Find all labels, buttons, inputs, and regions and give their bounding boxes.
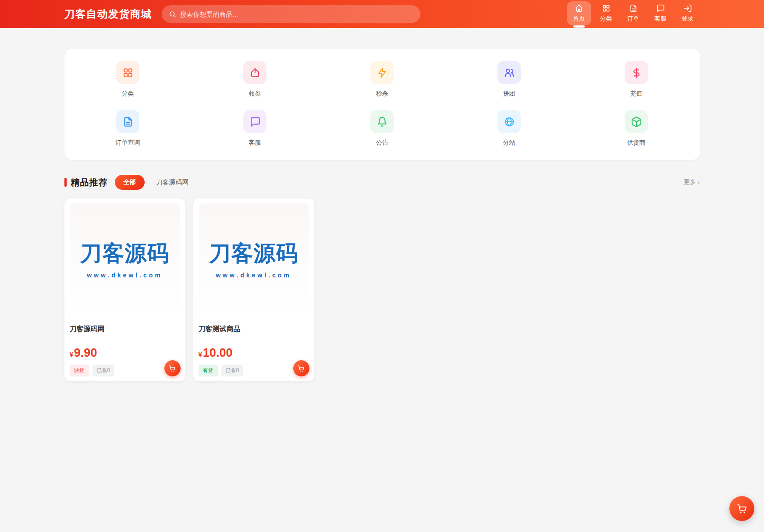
product-image: 刀客源码 www.dkewl.com	[199, 203, 309, 314]
quick-link-label: 分站	[503, 139, 515, 147]
cart-icon	[297, 365, 305, 372]
sold-badge: 已售0	[92, 365, 115, 376]
quick-link-label: 充值	[630, 90, 643, 98]
lightning-icon	[370, 61, 394, 84]
product-image: 刀客源码 www.dkewl.com	[70, 203, 180, 314]
quick-link-category[interactable]: 分类	[64, 61, 192, 98]
navbar-inner: 刀客自动发货商城 首页 分类	[64, 0, 700, 28]
stock-badge: 有货	[199, 365, 218, 376]
quick-link-label: 拼团	[503, 90, 515, 98]
product-image-url-text: www.dkewl.com	[87, 272, 163, 279]
bell-icon	[370, 110, 394, 133]
product-image-logo-text: 刀客源码	[209, 239, 298, 268]
add-to-cart-button[interactable]	[164, 360, 181, 376]
globe-icon	[497, 110, 521, 133]
nav-item-category[interactable]: 分类	[594, 1, 618, 25]
sold-badge: 已售0	[221, 365, 244, 376]
quick-link-supplier[interactable]: 供货商	[573, 110, 700, 147]
currency-symbol: ¥	[70, 351, 73, 358]
nav-item-label: 分类	[600, 15, 612, 23]
nav-item-orders[interactable]: 订单	[621, 1, 646, 25]
coupon-icon	[243, 61, 267, 84]
active-tab-indicator	[573, 25, 585, 28]
section-header: 精品推荐 全部 刀客源码网 更多 ›	[64, 175, 700, 190]
tab-all[interactable]: 全部	[115, 175, 145, 190]
cart-icon	[168, 365, 176, 372]
search-input[interactable]	[180, 11, 413, 18]
product-price: ¥ 9.90	[70, 346, 180, 360]
nav-item-home[interactable]: 首页	[567, 1, 591, 25]
quick-link-support[interactable]: 客服	[192, 110, 319, 147]
quick-link-label: 公告	[376, 139, 388, 147]
chevron-right-icon: ›	[698, 179, 700, 186]
users-icon	[497, 61, 521, 84]
more-label: 更多	[684, 178, 696, 186]
product-image-url-text: www.dkewl.com	[216, 272, 291, 279]
quick-link-label: 客服	[249, 139, 261, 147]
price-value: 9.90	[74, 346, 97, 360]
product-title: 刀客源码网	[70, 325, 180, 334]
quick-link-flash-sale[interactable]: 秒杀	[319, 61, 446, 98]
product-title: 刀客测试商品	[199, 325, 309, 334]
badge-row: 有货 已售0	[199, 365, 309, 376]
chat-icon	[656, 4, 665, 13]
quick-link-recharge[interactable]: 充值	[573, 61, 700, 98]
cart-icon	[736, 503, 748, 514]
product-card[interactable]: 刀客源码 www.dkewl.com 刀客测试商品 ¥ 10.00 有货 已售0	[193, 199, 314, 381]
nav-item-label: 登录	[682, 15, 694, 23]
nav-item-label: 客服	[654, 15, 667, 23]
nav-item-support[interactable]: 客服	[648, 1, 673, 25]
nav-item-label: 首页	[573, 15, 585, 23]
product-grid: 刀客源码 www.dkewl.com 刀客源码网 ¥ 9.90 缺货 已售0 刀…	[64, 199, 700, 381]
navbar: 刀客自动发货商城 首页 分类	[0, 0, 764, 28]
home-icon	[575, 4, 583, 13]
brand-logo[interactable]: 刀客自动发货商城	[64, 7, 152, 21]
section-title: 精品推荐	[71, 177, 108, 188]
quick-link-label: 订单查询	[116, 139, 140, 147]
nav-menu: 首页 分类 订单 客服	[567, 0, 700, 28]
quick-link-label: 秒杀	[376, 90, 388, 98]
quick-link-substation[interactable]: 分站	[446, 110, 573, 147]
quick-link-label: 领券	[249, 90, 261, 98]
section-accent-bar	[64, 178, 67, 187]
product-price: ¥ 10.00	[199, 346, 309, 360]
floating-cart-button[interactable]	[729, 496, 754, 521]
product-card[interactable]: 刀客源码 www.dkewl.com 刀客源码网 ¥ 9.90 缺货 已售0	[64, 199, 185, 381]
tab-dkewl[interactable]: 刀客源码网	[156, 178, 189, 187]
cube-icon	[625, 110, 648, 133]
grid-icon	[116, 61, 139, 84]
quick-link-announcement[interactable]: 公告	[319, 110, 446, 147]
quick-link-group-buy[interactable]: 拼团	[446, 61, 573, 98]
dollar-icon	[625, 61, 648, 84]
currency-symbol: ¥	[199, 351, 202, 358]
nav-item-login[interactable]: 登录	[675, 1, 700, 25]
more-link[interactable]: 更多 ›	[684, 178, 700, 186]
badge-row: 缺货 已售0	[70, 365, 180, 376]
quick-link-label: 分类	[122, 90, 134, 98]
search-icon	[169, 11, 176, 18]
grid-icon	[602, 4, 611, 13]
document-icon	[116, 110, 139, 133]
document-icon	[629, 4, 638, 13]
product-image-logo-text: 刀客源码	[80, 239, 170, 268]
price-value: 10.00	[203, 346, 233, 360]
stock-badge: 缺货	[70, 365, 89, 376]
add-to-cart-button[interactable]	[293, 360, 309, 376]
login-icon	[683, 4, 692, 13]
quick-link-order-query[interactable]: 订单查询	[64, 110, 192, 147]
quick-link-coupon[interactable]: 领券	[192, 61, 319, 98]
nav-item-label: 订单	[627, 15, 640, 23]
quick-links-panel: 分类 领券 秒杀 拼团 充值 订单查询 客服	[64, 49, 700, 160]
quick-link-label: 供货商	[627, 139, 646, 147]
chat-icon	[243, 110, 267, 133]
search-bar[interactable]	[162, 5, 420, 23]
